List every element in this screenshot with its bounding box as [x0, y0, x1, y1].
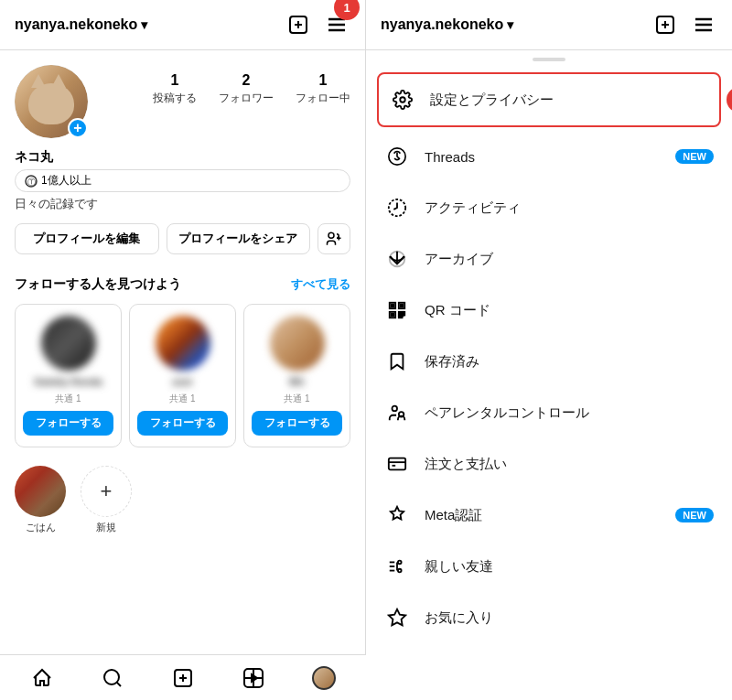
story-add-button[interactable]: + [81, 466, 132, 517]
person-name-3: Wir [289, 376, 306, 387]
avatar-wrapper: + [15, 65, 88, 138]
add-story-button[interactable]: + [68, 118, 88, 138]
svg-point-24 [400, 97, 405, 102]
saved-icon [384, 349, 410, 374]
svg-rect-31 [401, 305, 404, 307]
badge-text: 1億人以上 [41, 173, 92, 188]
person-avatar-2 [156, 316, 210, 371]
cat-head [28, 83, 74, 124]
svg-rect-39 [399, 316, 403, 318]
svg-point-40 [393, 406, 398, 412]
left-panel: nyanya.nekoneko ▾ 1 [0, 0, 366, 700]
share-profile-button[interactable]: プロフィールをシェア [167, 223, 311, 254]
orders-icon [384, 451, 410, 477]
menu-item-parental[interactable]: ペアレンタルコントロール [366, 387, 732, 438]
menu-item-threads[interactable]: Threads NEW [366, 131, 732, 182]
menu-parental-label: ペアレンタルコントロール [425, 404, 589, 422]
right-panel: nyanya.nekoneko ▾ [366, 0, 732, 700]
svg-point-10 [104, 670, 119, 684]
meta-icon [384, 502, 410, 528]
menu-button[interactable]: 1 [323, 11, 350, 38]
menu-settings-label: 設定とプライバシー [430, 92, 554, 109]
story-item-new[interactable]: + 新規 [81, 466, 132, 534]
svg-rect-42 [389, 458, 405, 470]
nav-search[interactable] [92, 658, 133, 698]
menu-item-friends[interactable]: 親しい友達 [366, 541, 732, 592]
menu-archive-label: アーカイブ [425, 251, 493, 268]
right-add-button[interactable] [651, 11, 679, 38]
right-username[interactable]: nyanya.nekoneko ▾ [381, 16, 513, 33]
menu-favorites-label: お気に入り [425, 609, 493, 627]
username-text: nyanya.nekoneko [15, 16, 137, 33]
menu-item-settings[interactable]: 設定とプライバシー 2 [377, 72, 721, 127]
edit-profile-button[interactable]: プロフィールを編集 [15, 223, 159, 254]
nav-profile[interactable] [304, 658, 344, 698]
menu-item-qr[interactable]: QR コード [366, 285, 732, 336]
left-username[interactable]: nyanya.nekoneko ▾ [15, 16, 147, 33]
person-card-1: Gatsby Honda 共通 1 フォローする [15, 304, 122, 447]
add-post-button[interactable] [285, 11, 312, 38]
add-friend-button[interactable] [318, 223, 350, 254]
menu-list: 設定とプライバシー 2 Threads NEW [366, 69, 732, 643]
left-header-icons: 1 [285, 11, 350, 38]
menu-friends-label: 親しい友達 [425, 558, 493, 576]
follow-button-3[interactable]: フォローする [252, 411, 342, 436]
posts-count: 1 [171, 72, 179, 89]
right-header-icons [651, 11, 717, 38]
menu-item-orders[interactable]: 注文と支払い [366, 438, 732, 490]
follow-button-1[interactable]: フォローする [23, 411, 113, 436]
right-username-text: nyanya.nekoneko [381, 16, 503, 33]
person-card-3: Wir 共通 1 フォローする [243, 304, 350, 447]
archive-icon [384, 246, 410, 272]
bottom-nav [0, 654, 366, 700]
activity-icon [384, 195, 410, 221]
friends-icon [384, 554, 410, 579]
person-name-1: Gatsby Honda [34, 376, 102, 387]
menu-item-saved[interactable]: 保存済み [366, 336, 732, 387]
nav-avatar [312, 666, 336, 690]
profile-bio: 日々の記録です [15, 196, 350, 212]
menu-item-meta[interactable]: Meta認証 NEW [366, 490, 732, 541]
nav-reels[interactable] [233, 658, 274, 698]
following-stat: 1 フォロー中 [296, 72, 350, 106]
person-mutual-2: 共通 1 [169, 393, 195, 405]
menu-saved-label: 保存済み [425, 353, 479, 371]
person-avatar-1 [41, 316, 96, 371]
parental-icon [384, 400, 410, 425]
nav-home[interactable] [22, 658, 62, 698]
svg-rect-30 [392, 305, 394, 307]
following-label: フォロー中 [296, 91, 350, 106]
svg-text:Ⓣ: Ⓣ [27, 178, 36, 187]
menu-item-activity[interactable]: アクティビティ [366, 182, 732, 233]
see-all-link[interactable]: すべて見る [291, 276, 350, 293]
story-avatar-food [15, 466, 66, 517]
menu-orders-label: 注文と支払い [425, 456, 507, 473]
create-icon [172, 667, 194, 689]
qr-icon [384, 297, 410, 323]
svg-rect-32 [392, 314, 394, 317]
person-mutual-1: 共通 1 [55, 393, 81, 405]
svg-point-48 [398, 561, 402, 565]
profile-actions: プロフィールを編集 プロフィールをシェア [15, 223, 350, 254]
story-item-food[interactable]: ごはん [15, 466, 66, 534]
left-header: nyanya.nekoneko ▾ 1 [0, 0, 365, 50]
menu-activity-label: アクティビティ [425, 199, 521, 217]
menu-item-archive[interactable]: アーカイブ [366, 233, 732, 285]
profile-badge: Ⓣ 1億人以上 [15, 169, 350, 192]
right-menu-button[interactable] [690, 11, 717, 38]
svg-rect-38 [403, 312, 404, 316]
menu-meta-label: Meta認証 [425, 507, 482, 524]
followers-label: フォロワー [219, 91, 274, 106]
svg-marker-51 [389, 609, 405, 625]
username-chevron: ▾ [141, 17, 147, 32]
followers-count: 2 [242, 72, 251, 89]
profile-name: ネコ丸 [15, 149, 350, 166]
right-chevron: ▾ [507, 17, 513, 32]
profile-section: + 1 投稿する 2 フォロワー 1 フォロー中 [0, 50, 365, 276]
settings-icon [390, 87, 415, 113]
menu-item-favorites[interactable]: お気に入り [366, 592, 732, 643]
follow-button-2[interactable]: フォローする [137, 411, 228, 436]
nav-create[interactable] [163, 658, 203, 698]
person-mutual-3: 共通 1 [284, 393, 309, 405]
svg-point-49 [398, 569, 402, 573]
